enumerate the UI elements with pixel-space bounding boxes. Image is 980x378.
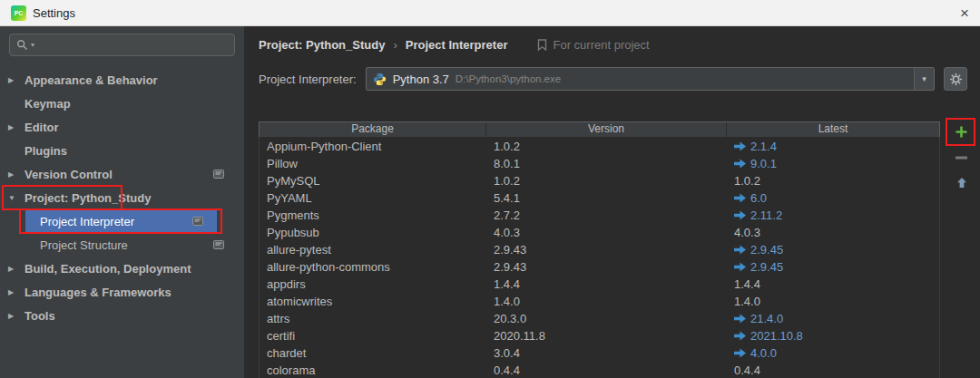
package-row[interactable]: atomicwrites1.4.01.4.0	[260, 293, 939, 310]
chevron-right-icon[interactable]: ▶	[8, 76, 24, 84]
titlebar: PC Settings ×	[0, 0, 980, 26]
breadcrumb-project[interactable]: Project: Python_Study	[259, 38, 385, 52]
settings-search-input[interactable]: ▾	[9, 34, 235, 56]
sidebar-item-label: Appearance & Behavior	[24, 73, 158, 87]
package-row[interactable]: allure-pytest2.9.432.9.45	[260, 241, 939, 258]
column-header-package[interactable]: Package	[260, 122, 486, 137]
package-row[interactable]: appdirs1.4.41.4.4	[260, 276, 939, 293]
package-row[interactable]: Pygments2.7.22.11.2	[260, 207, 939, 224]
upgrade-arrow-icon	[734, 331, 746, 341]
sidebar-item-label: Project: Python_Study	[24, 191, 151, 205]
gear-icon[interactable]	[944, 67, 967, 91]
sidebar-item-appearance-behavior[interactable]: ▶Appearance & Behavior	[0, 68, 244, 92]
chevron-right-icon[interactable]: ▶	[8, 312, 24, 320]
latest-version: 2.11.2	[750, 208, 782, 222]
package-latest-cell: 4.0.0	[727, 346, 939, 360]
interpreter-label: Project Interpreter:	[259, 73, 357, 86]
bookmark-icon	[537, 39, 547, 51]
sidebar-item-build-execution-deployment[interactable]: ▶Build, Execution, Deployment	[0, 257, 244, 280]
sidebar-item-label: Tools	[24, 309, 55, 323]
sidebar-item-label: Editor	[24, 121, 59, 134]
sidebar-item-plugins[interactable]: Plugins	[0, 139, 244, 162]
package-version-cell: 1.4.4	[486, 277, 727, 291]
close-icon[interactable]: ×	[960, 5, 969, 21]
package-name-cell: certifi	[260, 329, 486, 343]
package-row[interactable]: PyMySQL1.0.21.0.2	[260, 172, 939, 189]
sidebar-item-languages-frameworks[interactable]: ▶Languages & Frameworks	[0, 280, 244, 304]
search-icon	[16, 39, 28, 51]
package-version-cell: 1.4.0	[486, 295, 727, 308]
package-name-cell: allure-python-commons	[260, 260, 486, 274]
sidebar-item-keymap[interactable]: Keymap	[0, 92, 244, 115]
package-latest-cell: 2.9.45	[727, 260, 939, 274]
package-latest-cell: 2021.10.8	[727, 329, 939, 343]
package-version-cell: 2020.11.8	[486, 329, 727, 343]
interpreter-row: Project Interpreter: Python 3.7 D:\Pytho…	[259, 67, 967, 91]
package-row[interactable]: Appium-Python-Client1.0.22.1.4	[260, 138, 939, 155]
package-latest-cell: 0.4.4	[727, 363, 939, 377]
latest-version: 21.4.0	[750, 312, 783, 325]
interpreter-select[interactable]: Python 3.7 D:\Python3\python.exe ▾	[366, 67, 935, 91]
chevron-down-icon[interactable]: ▼	[8, 194, 24, 202]
package-name-cell: Pypubsub	[260, 226, 486, 239]
package-row[interactable]: certifi2020.11.82021.10.8	[260, 327, 939, 344]
package-name-cell: appdirs	[260, 277, 486, 291]
package-row[interactable]: attrs20.3.021.4.0	[260, 310, 939, 327]
sidebar-item-label: Project Structure	[40, 238, 128, 252]
package-version-cell: 1.0.2	[486, 140, 727, 153]
minus-icon	[956, 156, 967, 160]
package-row[interactable]: chardet3.0.44.0.0	[260, 344, 939, 362]
upgrade-arrow-icon	[734, 262, 746, 272]
chevron-right-icon[interactable]: ▶	[8, 265, 24, 273]
package-latest-cell: 6.0	[727, 191, 939, 205]
latest-version: 0.4.4	[734, 363, 760, 377]
package-latest-cell: 1.4.4	[727, 277, 939, 291]
package-table-body: Appium-Python-Client1.0.22.1.4Pillow8.0.…	[259, 138, 940, 378]
upgrade-arrow-icon	[734, 159, 746, 169]
package-table-header: Package Version Latest	[259, 121, 940, 138]
package-latest-cell: 2.9.45	[727, 243, 939, 257]
upgrade-arrow-icon	[734, 348, 746, 358]
package-row[interactable]: allure-python-commons2.9.432.9.45	[260, 258, 939, 276]
column-header-latest[interactable]: Latest	[727, 122, 939, 137]
package-row[interactable]: Pypubsub4.0.34.0.3	[260, 224, 939, 241]
add-package-button[interactable]	[951, 121, 972, 142]
sidebar-item-editor[interactable]: ▶Editor	[0, 115, 244, 139]
plus-icon	[955, 125, 968, 139]
package-version-cell: 2.9.43	[486, 243, 727, 257]
scope-note-label: For current project	[553, 38, 649, 52]
package-version-cell: 0.4.4	[486, 363, 727, 377]
package-row[interactable]: PyYAML5.4.16.0	[260, 189, 939, 207]
sidebar-item-project-structure[interactable]: Project Structure	[0, 233, 244, 257]
remove-package-button[interactable]	[951, 147, 972, 168]
latest-version: 2.9.45	[750, 260, 783, 274]
package-version-cell: 20.3.0	[486, 312, 727, 325]
sidebar-item-tools[interactable]: ▶Tools	[0, 304, 244, 327]
upgrade-arrow-icon	[734, 245, 746, 255]
package-row[interactable]: colorama0.4.40.4.4	[260, 362, 939, 378]
chevron-right-icon[interactable]: ▶	[8, 288, 24, 296]
window-title: Settings	[33, 6, 75, 20]
latest-version: 2021.10.8	[750, 329, 803, 343]
chevron-right-icon[interactable]: ▶	[8, 123, 24, 131]
chevron-right-icon[interactable]: ▶	[8, 170, 24, 179]
package-version-cell: 1.0.2	[486, 174, 727, 188]
column-header-version[interactable]: Version	[486, 122, 727, 137]
sidebar-item-project-python-study[interactable]: ▼Project: Python_Study	[0, 186, 244, 209]
package-name-cell: allure-pytest	[260, 243, 486, 257]
package-version-cell: 2.7.2	[486, 208, 727, 222]
latest-version: 1.4.4	[734, 277, 760, 291]
latest-version: 9.0.1	[750, 157, 777, 170]
package-row[interactable]: Pillow8.0.19.0.1	[260, 155, 939, 172]
upgrade-package-button[interactable]	[951, 172, 972, 193]
latest-version: 4.0.3	[734, 226, 760, 239]
sidebar-item-version-control[interactable]: ▶Version Control	[0, 162, 244, 186]
settings-scope-icon	[192, 217, 203, 226]
pycharm-logo-icon: PC	[11, 5, 26, 21]
dialog-body: ▾ ▶Appearance & BehaviorKeymap▶EditorPlu…	[0, 26, 980, 378]
main-panel: Project: Python_Study › Project Interpre…	[245, 26, 980, 378]
sidebar-item-project-interpreter[interactable]: Project Interpreter	[25, 209, 217, 233]
arrow-up-icon	[956, 177, 967, 189]
combo-chevron-down-icon[interactable]: ▾	[914, 68, 934, 90]
chevron-down-icon: ▾	[31, 42, 34, 49]
